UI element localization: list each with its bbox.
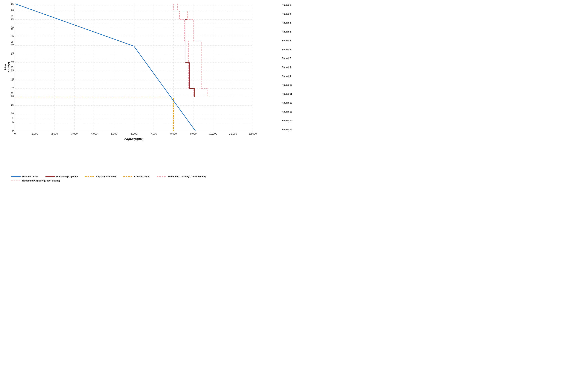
legend-demand-curve-label: Demand Curve: [22, 175, 38, 178]
legend-clearing-price-label: Clearing Price: [134, 175, 149, 178]
legend-demand-curve: Demand Curve: [11, 175, 38, 178]
round-13-label: Round 13: [282, 110, 292, 113]
svg-text:55: 55: [11, 35, 14, 37]
svg-text:35: 35: [11, 41, 13, 43]
round-10-label: Round 10: [282, 84, 292, 86]
svg-text:1,000: 1,000: [32, 132, 38, 135]
round-8-label: Round 8: [282, 66, 292, 69]
svg-text:5,000: 5,000: [111, 132, 117, 135]
legend-remaining-capacity-label: Remaining Capacity: [56, 175, 78, 178]
svg-text:11,000: 11,000: [229, 132, 237, 135]
svg-text:60: 60: [11, 26, 14, 29]
svg-text:20: 20: [11, 95, 14, 98]
svg-text:0: 0: [12, 129, 14, 132]
remaining-capacity-upper-bound: [178, 4, 213, 97]
svg-text:2,000: 2,000: [51, 132, 58, 135]
round-14-label: Round 14: [282, 119, 292, 122]
legend-rc-lower-bound: Remaining Capacity (Lower Bound): [157, 175, 206, 178]
vertical-grid: [15, 4, 253, 131]
svg-text:10,000: 10,000: [209, 132, 217, 135]
demand-curve-line: [15, 4, 195, 131]
svg-text:0: 0: [14, 132, 16, 135]
legend-rc-upper-bound-label: Remaining Capacity (Upper Bound): [22, 179, 60, 182]
svg-text:40: 40: [11, 60, 14, 63]
remaining-capacity-legend-icon: [46, 175, 55, 178]
svg-text:50: 50: [11, 43, 14, 46]
svg-text:7,000: 7,000: [150, 132, 157, 135]
svg-text:75: 75: [11, 2, 14, 5]
legend-remaining-capacity: Remaining Capacity: [46, 175, 78, 178]
svg-text:4,000: 4,000: [91, 132, 97, 135]
capacity-procured-legend-icon: [85, 175, 95, 178]
svg-text:35: 35: [11, 69, 14, 72]
svg-text:15: 15: [11, 103, 14, 106]
legend-area: Demand Curve Remaining Capacity Capacity…: [11, 175, 236, 182]
svg-text:5: 5: [12, 117, 13, 120]
svg-text:10: 10: [11, 112, 14, 115]
svg-text:30: 30: [11, 78, 14, 80]
round-2-label: Round 2: [282, 13, 292, 15]
demand-curve-legend-icon: [11, 175, 20, 178]
clearing-price-legend-icon: [123, 175, 133, 178]
svg-text:5: 5: [12, 120, 14, 123]
legend-clearing-price: Clearing Price: [123, 175, 149, 178]
svg-text:70: 70: [11, 9, 14, 12]
svg-text:3,000: 3,000: [71, 132, 78, 135]
round-4-label: Round 4: [282, 30, 292, 33]
round-labels: Round 1 Round 2 Round 3 Round 4 Round 5 …: [282, 4, 292, 131]
svg-text:65: 65: [11, 17, 14, 20]
svg-text:9,000: 9,000: [190, 132, 196, 135]
rc-lower-bound-legend-icon: [157, 175, 166, 178]
round-1-label: Round 1: [282, 4, 292, 6]
round-9-label: Round 9: [282, 75, 292, 78]
svg-text:8,000: 8,000: [170, 132, 177, 135]
svg-text:45: 45: [11, 52, 14, 55]
legend-rc-upper-bound: Remaining Capacity (Upper Bound): [11, 179, 60, 182]
round-12-label: Round 12: [282, 101, 292, 104]
svg-text:25: 25: [11, 66, 13, 69]
svg-text:15: 15: [11, 92, 13, 94]
main-chart-svg: 0 5 10 15 20 25 30 35 40 45 50 0 5 10 1: [15, 4, 253, 131]
y-axis-label: Price(£/kW/yr): [4, 62, 10, 73]
legend-rc-lower-bound-label: Remaining Capacity (Lower Bound): [168, 175, 206, 178]
round-15-label: Round 15: [282, 128, 292, 131]
round-3-label: Round 3: [282, 21, 292, 24]
round-6-label: Round 6: [282, 48, 292, 51]
x-axis-label: Capacity (MW): [125, 137, 142, 140]
round-5-label: Round 5: [282, 39, 292, 42]
chart-area: Price(£/kW/yr): [15, 4, 253, 131]
x-axis-labels: 0 1,000 2,000 3,000 4,000 5,000 6,000 7,…: [14, 132, 257, 135]
round-7-label: Round 7: [282, 57, 292, 60]
rc-upper-bound-legend-icon: [11, 179, 20, 182]
capacity-procured-line: [15, 97, 174, 131]
round-11-label: Round 11: [282, 93, 292, 95]
svg-text:25: 25: [11, 86, 14, 89]
legend-capacity-procured-label: Capacity Procured: [96, 175, 116, 178]
chart-container: Price(£/kW/yr): [0, 0, 294, 184]
svg-text:6,000: 6,000: [131, 132, 137, 135]
legend-capacity-procured: Capacity Procured: [85, 175, 116, 178]
svg-text:12,000: 12,000: [249, 132, 257, 135]
